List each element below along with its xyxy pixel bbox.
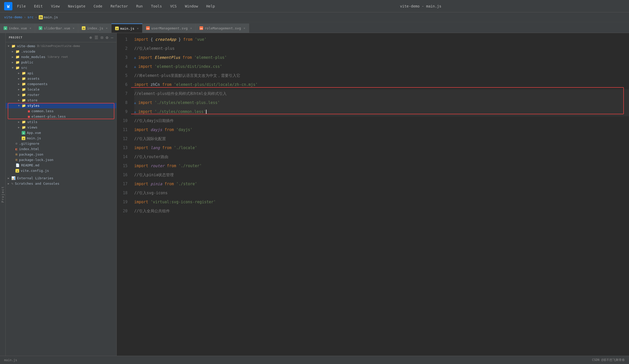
tree-item-src[interactable]: ▼ 📁 src	[6, 65, 116, 70]
tree-item-readme-md[interactable]: 📄 README.md	[6, 163, 116, 168]
sidebar-icon-list[interactable]: ☰	[94, 35, 98, 40]
editor-area[interactable]: 1 2 3 4 5 6 7 8 9 10 11 12 13 14 15 16 1…	[117, 33, 629, 356]
menu-help[interactable]: Help	[205, 3, 217, 9]
tab-sliderbar-vue[interactable]: V sliderBar.vue ×	[35, 23, 78, 33]
menu-bar[interactable]: File Edit View Navigate Code Refactor Ru…	[15, 3, 217, 9]
tab-role-management-svg[interactable]: SVG roleManagement.svg ×	[196, 23, 249, 33]
menu-run[interactable]: Run	[135, 3, 144, 9]
folder-icon-api: 📁	[22, 71, 26, 75]
tree-item-assets[interactable]: ▶ 📁 assets	[6, 76, 116, 81]
tree-label-app-vue: App.vue	[27, 131, 41, 135]
menu-window[interactable]: Window	[184, 3, 200, 9]
tab-close-icon-5[interactable]: ×	[190, 27, 192, 30]
menu-vcs[interactable]: VCS	[169, 3, 178, 9]
tab-js-icon: JS	[82, 26, 85, 30]
sidebar-icon-globe[interactable]: ⊕	[89, 35, 92, 40]
menu-edit[interactable]: Edit	[33, 3, 44, 9]
tree-item-components[interactable]: ▶ 📁 components	[6, 81, 116, 87]
tree-arrow-components: ▶	[18, 83, 22, 85]
tree-label-scratches: Scratches and Consoles	[15, 182, 59, 185]
menu-tools[interactable]: Tools	[149, 3, 163, 9]
menu-navigate[interactable]: Navigate	[66, 3, 87, 9]
tree-arrow-package-lock-json	[12, 158, 15, 161]
styles-group: ▼ 📁 styles ■ common.less ■ element-plus.…	[6, 103, 116, 119]
tree-item-package-lock-json[interactable]: ⊞ package-lock.json	[6, 157, 116, 163]
tab-user-management-svg[interactable]: SVG userManagement.svg ×	[142, 23, 196, 33]
tree-label-router: router	[27, 93, 39, 97]
tree-item-router[interactable]: ▶ 📁 router	[6, 92, 116, 98]
menu-file[interactable]: File	[15, 3, 27, 9]
tab-index-vue[interactable]: V index.vue ×	[0, 23, 35, 33]
tree-item-scratches[interactable]: ▶ ✎ Scratches and Consoles	[6, 181, 116, 186]
tree-item-app-vue[interactable]: V App.vue	[6, 130, 116, 135]
tree-item-public[interactable]: ▶ 📁 public	[6, 60, 116, 65]
title-bar: W File Edit View Navigate Code Refactor …	[0, 0, 629, 12]
tree-label-store: store	[27, 98, 37, 102]
menu-view[interactable]: View	[49, 3, 61, 9]
tree-item-vite-demo[interactable]: ▼ 📁 vite-demo D:\GiteeProject\vite-demo	[6, 43, 116, 49]
menu-refactor[interactable]: Refactor	[109, 3, 129, 9]
tab-close-icon-3[interactable]: ×	[106, 27, 108, 30]
code-line-7: //element-plus组件全局样式和html全局样式引入	[134, 89, 629, 98]
code-line-11: import dayjs from 'dayjs'	[134, 125, 629, 134]
folder-icon-router: 📁	[22, 93, 26, 97]
tree-item-element-plus-less[interactable]: ■ element-plus.less	[6, 114, 116, 119]
tab-js-icon-active: JS	[115, 27, 119, 30]
tree-label-assets: assets	[27, 77, 39, 80]
tree-label-external-libraries: External Libraries	[17, 176, 53, 180]
sidebar: Project ⊕ ☰ ⊟ ⚙ — ▼ 📁 vite-demo D:\Gitee…	[6, 33, 117, 356]
tree-item-index-html[interactable]: ◧ index.html	[6, 146, 116, 152]
tree-arrow-package-json	[12, 153, 15, 156]
code-line-17: import pinia from './store'	[134, 180, 629, 189]
code-line-20: //引入全局公共组件	[134, 207, 629, 216]
tree-item-utils[interactable]: ▶ 📁 utils	[6, 119, 116, 125]
menu-code[interactable]: Code	[92, 3, 104, 9]
tree-label-locale: locale	[27, 87, 39, 91]
tree-item-common-less[interactable]: ■ common.less	[6, 108, 116, 114]
breadcrumb-part-2[interactable]: src	[27, 15, 33, 19]
tab-close-icon-6[interactable]: ×	[244, 27, 245, 30]
tab-main-js[interactable]: JS main.js ×	[112, 23, 142, 33]
tree-item-vscode[interactable]: ▶ 📁 .vscode	[6, 49, 116, 54]
code-line-18: //引入svg-icons	[134, 189, 629, 198]
tree-item-locale[interactable]: ▶ 📁 locale	[6, 87, 116, 92]
breadcrumb-part-1[interactable]: vite-demo	[4, 15, 22, 19]
code-content: 1 2 3 4 5 6 7 8 9 10 11 12 13 14 15 16 1…	[117, 33, 629, 356]
tab-index-js[interactable]: JS index.js ×	[78, 23, 111, 33]
folder-icon-node-modules: 📁	[15, 55, 20, 59]
tree-item-package-json[interactable]: ⊞ package.json	[6, 152, 116, 157]
tab-close-icon-2[interactable]: ×	[73, 27, 75, 30]
tab-close-icon[interactable]: ×	[29, 27, 31, 30]
code-lines[interactable]: import { createApp } from 'vue' //引入elem…	[131, 33, 629, 356]
sidebar-icon-gear[interactable]: ⚙	[106, 35, 108, 40]
tree-item-styles[interactable]: ▼ 📁 styles	[6, 103, 116, 108]
tab-close-icon-4[interactable]: ×	[137, 27, 139, 30]
tree-item-store[interactable]: ▶ 📁 store	[6, 98, 116, 103]
tree-item-views[interactable]: ▶ 📁 views	[6, 125, 116, 130]
tree-label-views: views	[27, 125, 37, 129]
sidebar-header-icons: ⊕ ☰ ⊟ ⚙ —	[89, 35, 113, 40]
line-numbers: 1 2 3 4 5 6 7 8 9 10 11 12 13 14 15 16 1…	[117, 33, 131, 356]
breadcrumb-sep-2: ›	[35, 15, 37, 19]
folder-icon: 📁	[11, 44, 15, 48]
sidebar-icon-close[interactable]: —	[111, 35, 113, 40]
folder-icon-styles: 📁	[22, 104, 26, 108]
tree-item-main-js[interactable]: JS main.js	[6, 135, 116, 141]
code-line-2: //引入element-plus	[134, 44, 629, 53]
bottom-bar: main.js CSDN @谁不想飞舞青春	[0, 356, 629, 364]
svg-text:JS: JS	[22, 137, 25, 139]
tree-item-gitignore[interactable]: ⊘ .gitignore	[6, 141, 116, 146]
tree-label-readme: README.md	[21, 163, 39, 167]
tree-item-api[interactable]: ▶ 📁 api	[6, 70, 116, 76]
sidebar-icon-collapse[interactable]: ⊟	[101, 35, 103, 40]
breadcrumb-part-3[interactable]: main.js	[44, 15, 58, 19]
code-line-4: ◬ import 'element-plus/dist/index.css'	[134, 62, 629, 71]
tab-vue-icon-2: V	[39, 26, 42, 30]
tree-item-vite-config[interactable]: JS vite.config.js	[6, 168, 116, 173]
tree-item-node-modules[interactable]: ▶ 📁 node_modules library root	[6, 54, 116, 60]
folder-icon-locale: 📁	[22, 87, 26, 91]
tab-bar: V index.vue × V sliderBar.vue × JS index…	[0, 22, 629, 33]
json-icon: ⊞	[15, 152, 18, 156]
tree-item-external-libraries[interactable]: ▶ 📊 External Libraries	[6, 175, 116, 181]
app-logo: W	[4, 2, 12, 10]
